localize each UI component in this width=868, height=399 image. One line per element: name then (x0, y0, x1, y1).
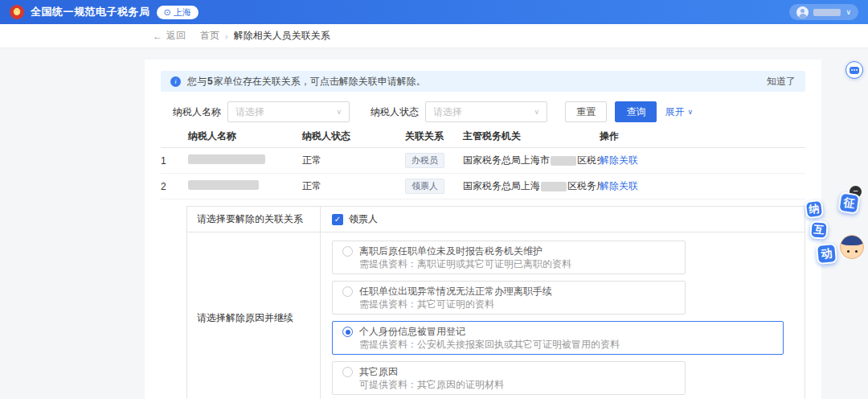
chevron-down-icon: ∨ (845, 8, 851, 16)
user-name-redacted (813, 9, 841, 16)
reason-title: 个人身份信息被冒用登记 (359, 326, 620, 337)
user-menu[interactable]: ∨ (789, 4, 858, 20)
reason-title: 其它原因 (359, 366, 504, 377)
authority-redacted (541, 182, 567, 191)
location-selector[interactable]: ⊙ 上海 (157, 6, 199, 19)
taxpayer-name-redacted (188, 180, 259, 190)
chevron-down-icon: ∨ (534, 108, 539, 116)
reason-title: 离职后原任职单位未及时报告税务机关维护 (359, 245, 571, 257)
reason-option[interactable]: 离职后原任职单位未及时报告税务机关维护 需提供资料：离职证明或其它可证明已离职的… (332, 241, 686, 274)
col-action: 操作 (600, 130, 805, 143)
location-label: 上海 (174, 6, 191, 19)
breadcrumb-separator-icon: › (225, 31, 228, 41)
chevron-down-icon: ∨ (336, 108, 342, 116)
relation-checkbox-cell: ✓ 领票人 (321, 207, 805, 232)
notice-text-prefix: 您与 (187, 75, 207, 88)
authority-suffix: 区税务局 (577, 154, 600, 167)
checkbox-checked-icon[interactable]: ✓ (332, 214, 343, 225)
row-index: 2 (161, 181, 188, 192)
expand-toggle[interactable]: 展开 ∨ (665, 105, 693, 119)
breadcrumb-current: 解除相关人员关联关系 (234, 29, 330, 43)
reason-desc: 可提供资料：其它原因的证明材料 (359, 379, 504, 390)
relation-select-label: 请选择要解除的关联关系 (187, 207, 321, 232)
col-relation: 关联关系 (405, 130, 463, 143)
col-taxpayer-name: 纳税人名称 (188, 130, 302, 143)
mascot-face (840, 235, 864, 259)
remove-relation-link[interactable]: 解除关联 (600, 180, 638, 191)
taxpayer-name-placeholder: 请选择 (235, 105, 336, 119)
relation-badge: 领票人 (405, 179, 444, 194)
table-row: 2 正常 领票人 国家税务总局上海 区税务局 解除关联 (161, 174, 805, 200)
notice-text-suffix: 家单位存在关联关系，可点击解除关联申请解除。 (214, 75, 426, 88)
authority-suffix: 区税务局 (567, 179, 600, 193)
filter-actions: 重置 查询 展开 ∨ (565, 101, 693, 122)
page: ★ 全国统一规范电子税务局 ⊙ 上海 ∨ ← 返回 首页 › 解除相关人员关联关… (0, 0, 868, 399)
mascot-tile: 动 (816, 243, 837, 265)
radio-icon (342, 246, 353, 257)
taxpayer-status-label: 纳税人状态 (371, 105, 419, 119)
authority-cell: 国家税务总局上海市 区税务局 (463, 154, 600, 167)
taxpayer-name-select[interactable]: 请选择 ∨ (227, 101, 350, 122)
mascot-eye (847, 250, 850, 253)
reason-option[interactable]: 个人身份信息被冒用登记 需提供资料：公安机关接报案回执或其它可证明被冒用的资料 (332, 321, 784, 355)
notice-banner: i 您与 5 家单位存在关联关系，可点击解除关联申请解除。 知道了 (161, 71, 805, 92)
mascot-tile: 互 (809, 220, 828, 239)
authority-prefix: 国家税务总局上海 (463, 179, 540, 193)
reason-title: 任职单位出现异常情况无法正常办理离职手续 (359, 286, 552, 297)
taxpayer-name-redacted (188, 154, 265, 164)
taxpayer-status: 正常 (302, 179, 405, 193)
relation-badge: 办税员 (405, 153, 444, 168)
reason-option[interactable]: 其它原因 可提供资料：其它原因的证明材料 (332, 361, 686, 395)
location-pin-icon: ⊙ (164, 8, 171, 17)
radio-icon (342, 367, 353, 377)
back-label: 返回 (166, 29, 186, 43)
reason-desc: 需提供资料：其它可证明的资料 (359, 298, 552, 310)
remove-detail-panel: 请选择要解除的关联关系 ✓ 领票人 请选择解除原因并继续 离职后原任职单位未及时… (186, 206, 805, 399)
info-icon: i (170, 76, 181, 87)
taxpayer-name-label: 纳税人名称 (173, 105, 221, 119)
chat-bubble-icon (850, 67, 859, 74)
relation-table: 纳税人名称 纳税人状态 关联关系 主管税务机关 操作 1 正常 办税员 国家税务… (161, 125, 805, 200)
row-index: 1 (161, 155, 188, 167)
emblem-star-icon: ★ (14, 9, 19, 16)
radio-selected-icon (342, 327, 353, 337)
authority-redacted (551, 156, 576, 166)
filter-bar: 纳税人名称 请选择 ∨ 纳税人状态 请选择 ∨ 重置 查询 展开 ∨ (161, 101, 805, 122)
expand-label: 展开 (665, 105, 684, 119)
national-emblem-icon: ★ (10, 5, 24, 19)
app-title: 全国统一规范电子税务局 (31, 5, 150, 19)
main-card: i 您与 5 家单位存在关联关系，可点击解除关联申请解除。 知道了 纳税人名称 … (145, 60, 821, 399)
radio-icon (342, 286, 353, 297)
remove-relation-link[interactable]: 解除关联 (600, 154, 638, 166)
search-button[interactable]: 查询 (615, 101, 657, 122)
back-arrow-icon: ← (153, 31, 162, 42)
breadcrumb: ← 返回 首页 › 解除相关人员关联关系 (0, 24, 868, 48)
interaction-mascot[interactable]: 征 纳 互 动 (804, 193, 866, 275)
table-row: 1 正常 办税员 国家税务总局上海市 区税务局 解除关联 (161, 148, 805, 174)
back-button[interactable]: ← 返回 (153, 29, 186, 43)
reason-desc: 需提供资料：公安机关接报案回执或其它可证明被冒用的资料 (359, 339, 620, 350)
taxpayer-status-select[interactable]: 请选择 ∨ (425, 101, 547, 122)
notice-dismiss-button[interactable]: 知道了 (767, 75, 796, 88)
mascot-tile: 征 (837, 191, 860, 214)
brand: ★ 全国统一规范电子税务局 ⊙ 上海 (10, 5, 199, 19)
taxpayer-status: 正常 (302, 154, 405, 167)
authority-cell: 国家税务总局上海 区税务局 (463, 179, 600, 193)
customer-service-button[interactable] (845, 61, 863, 79)
notice-count: 5 (207, 76, 213, 87)
reason-select-label: 请选择解除原因并继续 (187, 232, 321, 399)
relation-checkbox-label: 领票人 (349, 212, 378, 226)
reason-options: 离职后原任职单位未及时报告税务机关维护 需提供资料：离职证明或其它可证明已离职的… (321, 232, 805, 399)
chevron-down-icon: ∨ (687, 108, 693, 116)
authority-prefix: 国家税务总局上海市 (463, 154, 550, 167)
user-avatar (796, 6, 809, 19)
mascot-tile: 纳 (805, 200, 825, 220)
taxpayer-status-placeholder: 请选择 (433, 105, 534, 119)
reason-desc: 需提供资料：离职证明或其它可证明已离职的资料 (359, 258, 571, 269)
col-taxpayer-status: 纳税人状态 (302, 130, 405, 143)
breadcrumb-home[interactable]: 首页 (200, 29, 219, 43)
reset-button[interactable]: 重置 (565, 101, 607, 122)
col-authority: 主管税务机关 (463, 130, 600, 143)
reason-option[interactable]: 任职单位出现异常情况无法正常办理离职手续 需提供资料：其它可证明的资料 (332, 281, 686, 315)
mascot-eye (855, 250, 858, 253)
